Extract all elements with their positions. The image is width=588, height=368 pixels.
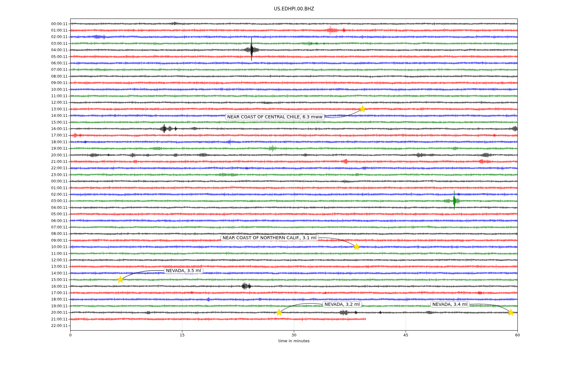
event-annotation-nevada-35: NEVADA, 3.5 ml [164,267,203,274]
y-axis-tick-label: 15:00:11 [0,278,68,282]
y-axis-tick-label: 11:00:11 [0,94,68,98]
y-axis-tick-label: 21:00:11 [0,317,68,321]
y-axis-tick-label: 19:00:11 [0,146,68,151]
y-axis-tick-label: 00:00:11 [0,179,68,183]
y-axis-tick-label: 04:00:11 [0,205,68,210]
x-tick-label-15: 15 [180,333,185,337]
y-axis-tick-label: 01:00:11 [0,28,68,33]
y-axis-tick-label: 18:00:11 [0,140,68,144]
y-axis-tick-label: 08:00:11 [0,232,68,236]
event-annotation-north-calif: NEAR COAST OF NORTHERN CALIF., 3.1 ml [221,235,319,241]
y-axis-tick-label: 22:00:11 [0,166,68,170]
y-axis-tick-label: 19:00:11 [0,304,68,308]
y-axis-tick-label: 02:00:11 [0,192,68,197]
y-axis-tick-label: 09:00:11 [0,81,68,85]
y-axis-tick-label: 16:00:11 [0,284,68,289]
y-axis-tick-label: 11:00:11 [0,251,68,256]
plot-title: US.EDHPI.00.BHZ [274,6,314,12]
seismogram-plot-canvas [0,0,588,368]
y-axis-tick-label: 09:00:11 [0,238,68,243]
y-axis-tick-label: 14:00:11 [0,271,68,275]
y-axis-tick-label: 10:00:11 [0,87,68,92]
y-axis-tick-label: 07:00:11 [0,225,68,229]
y-axis-tick-label: 12:00:11 [0,258,68,262]
y-axis-tick-label: 06:00:11 [0,61,68,65]
x-tick-label-0: 0 [69,333,72,337]
helicorder-page: US.EDHPI.00.BHZ 00:00:1101:00:1102:00:11… [0,0,588,368]
y-axis-tick-label: 17:00:11 [0,291,68,295]
x-tick-label-45: 45 [403,333,408,337]
y-axis-tick-label: 18:00:11 [0,297,68,301]
y-axis-tick-label: 00:00:11 [0,22,68,26]
y-axis-tick-label: 20:00:11 [0,153,68,157]
y-axis-tick-label: 07:00:11 [0,67,68,72]
x-tick-label-60: 60 [515,333,520,337]
event-annotation-nevada-32: NEVADA, 3.2 ml [322,301,362,308]
y-axis-tick-label: 03:00:11 [0,41,68,46]
x-axis-label: time in minutes [278,339,310,343]
y-axis-tick-label: 20:00:11 [0,310,68,315]
y-axis-tick-label: 04:00:11 [0,48,68,52]
y-axis-tick-label: 17:00:11 [0,133,68,137]
y-axis-tick-label: 02:00:11 [0,35,68,39]
event-annotation-chile: NEAR COAST OF CENTRAL CHILE, 6.3 mww [225,114,325,120]
y-axis-tick-label: 21:00:11 [0,159,68,164]
x-tick-label-30: 30 [292,333,296,337]
y-axis-tick-label: 10:00:11 [0,245,68,249]
y-axis-tick-label: 13:00:11 [0,264,68,269]
y-axis-tick-label: 05:00:11 [0,212,68,216]
y-axis-tick-label: 22:00:11 [0,324,68,328]
y-axis-tick-label: 01:00:11 [0,186,68,190]
y-axis-tick-label: 12:00:11 [0,100,68,105]
event-annotation-nevada-34: NEVADA, 3.4 ml [430,301,470,308]
y-axis-tick-label: 05:00:11 [0,55,68,59]
y-axis-tick-label: 06:00:11 [0,219,68,223]
y-axis-tick-label: 23:00:11 [0,173,68,177]
y-axis-tick-label: 16:00:11 [0,127,68,131]
y-axis-tick-label: 15:00:11 [0,120,68,125]
y-axis-tick-label: 08:00:11 [0,74,68,79]
y-axis-tick-label: 13:00:11 [0,107,68,111]
y-axis-tick-label: 14:00:11 [0,113,68,118]
y-axis-tick-label: 03:00:11 [0,199,68,203]
